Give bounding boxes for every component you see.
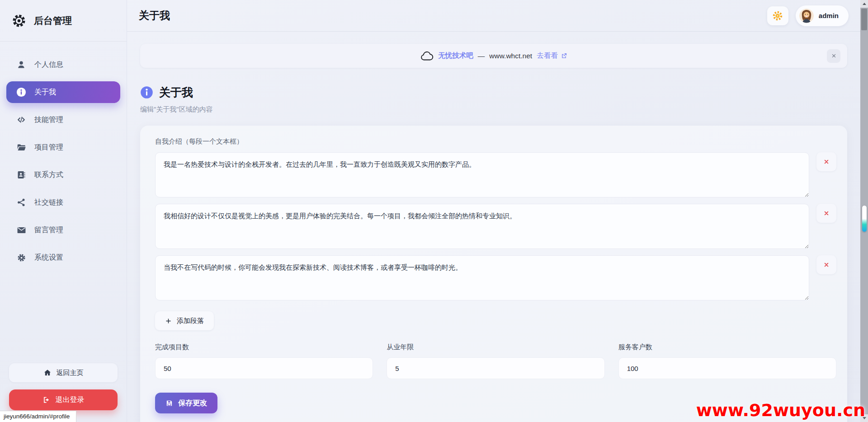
stat-label: 从业年限 [387, 343, 604, 352]
paragraph-row: 我相信好的设计不仅仅是视觉上的美感，更是用户体验的完美结合。每一个项目，我都会倾… [155, 204, 836, 249]
section-subtitle: 编辑"关于我"区域的内容 [140, 105, 847, 114]
sidebar-item-label: 项目管理 [34, 143, 63, 152]
delete-paragraph-button[interactable] [816, 255, 836, 274]
stat-label: 完成项目数 [155, 343, 373, 352]
logout-label: 退出登录 [56, 395, 85, 405]
sidebar-item-label: 关于我 [34, 88, 56, 97]
years-experience-input[interactable] [387, 357, 604, 379]
sidebar-item-about[interactable]: 关于我 [6, 81, 120, 103]
paragraph-textarea-1[interactable]: 我是一名热爱技术与设计的全栈开发者。在过去的几年里，我一直致力于创造既美观又实用… [155, 152, 809, 197]
scroll-up-arrow[interactable] [860, 0, 868, 8]
sidebar: 后台管理 个人信息 关于我 [0, 0, 127, 422]
app-logo: 后台管理 [0, 0, 127, 42]
sidebar-item-label: 留言管理 [34, 225, 63, 235]
notice-site-link[interactable]: 无忧技术吧 [438, 51, 473, 61]
theme-toggle-button[interactable] [767, 6, 788, 25]
sidebar-item-social[interactable]: 社交链接 [6, 192, 120, 213]
gear-icon [16, 253, 27, 263]
notice-banner: 无忧技术吧 — www.whct.net 去看看 [140, 44, 847, 68]
external-link-icon [561, 52, 567, 59]
sidebar-item-skills[interactable]: 技能管理 [6, 109, 120, 131]
clients-count-input[interactable] [618, 357, 836, 379]
username: admin [819, 12, 839, 19]
sun-icon [772, 10, 783, 21]
notice-go-link[interactable]: 去看看 [537, 51, 567, 61]
notice-go-label: 去看看 [537, 51, 558, 61]
envelope-icon [16, 225, 27, 235]
sidebar-item-profile[interactable]: 个人信息 [6, 54, 120, 75]
plus-icon [165, 318, 172, 324]
gear-logo-icon [11, 13, 27, 29]
stat-field: 完成项目数 [155, 343, 373, 379]
scroll-indicator[interactable] [862, 206, 867, 232]
scrollbar-thumb[interactable] [861, 9, 867, 30]
stat-label: 服务客户数 [618, 343, 836, 352]
user-menu[interactable]: admin [796, 5, 849, 26]
paragraph-row: 我是一名热爱技术与设计的全栈开发者。在过去的几年里，我一直致力于创造既美观又实用… [155, 152, 836, 197]
sidebar-item-contact[interactable]: 联系方式 [6, 164, 120, 186]
sidebar-item-projects[interactable]: 项目管理 [6, 136, 120, 158]
sidebar-item-label: 系统设置 [34, 253, 63, 263]
stat-field: 从业年限 [387, 343, 604, 379]
share-icon [16, 198, 27, 207]
sidebar-item-messages[interactable]: 留言管理 [6, 219, 120, 241]
logout-button[interactable]: 退出登录 [9, 389, 118, 410]
contact-card-icon [16, 170, 27, 179]
back-home-label: 返回主页 [57, 369, 84, 377]
delete-paragraph-button[interactable] [816, 152, 836, 171]
stat-field: 服务客户数 [618, 343, 836, 379]
add-paragraph-label: 添加段落 [177, 317, 204, 325]
intro-label: 自我介绍（每段一个文本框） [155, 137, 836, 146]
home-icon [43, 369, 52, 377]
sidebar-menu: 个人信息 关于我 技能管理 [0, 42, 127, 268]
info-icon [16, 87, 27, 97]
avatar [799, 9, 814, 23]
page-title: 关于我 [139, 9, 170, 23]
stats-grid: 完成项目数 从业年限 服务客户数 [155, 343, 836, 379]
info-circle-icon [140, 86, 153, 99]
about-form-card: 自我介绍（每段一个文本框） 我是一名热爱技术与设计的全栈开发者。在过去的几年里，… [140, 126, 847, 422]
sidebar-item-label: 联系方式 [34, 170, 63, 180]
save-label: 保存更改 [178, 399, 207, 408]
sidebar-item-label: 社交链接 [34, 198, 63, 207]
user-icon [16, 60, 27, 69]
close-icon[interactable] [827, 49, 840, 63]
paragraph-textarea-2[interactable]: 我相信好的设计不仅仅是视觉上的美感，更是用户体验的完美结合。每一个项目，我都会倾… [155, 204, 809, 249]
save-icon [165, 399, 173, 407]
sidebar-item-label: 个人信息 [34, 60, 63, 70]
main-area: 关于我 [127, 0, 860, 422]
section-title: 关于我 [159, 85, 193, 100]
back-home-button[interactable]: 返回主页 [9, 363, 118, 382]
paragraph-row: 当我不在写代码的时候，你可能会发现我在探索新技术、阅读技术博客，或者享受一杯咖啡… [155, 255, 836, 300]
notice-site-url: www.whct.net [489, 52, 532, 60]
section-header: 关于我 [140, 85, 847, 100]
status-bar: jieyun666/admin/#profile [0, 411, 76, 422]
delete-paragraph-button[interactable] [816, 204, 836, 223]
save-button[interactable]: 保存更改 [155, 393, 217, 413]
topbar: 关于我 [127, 0, 860, 32]
paragraph-textarea-3[interactable]: 当我不在写代码的时候，你可能会发现我在探索新技术、阅读技术博客，或者享受一杯咖啡… [155, 255, 809, 300]
notice-separator: — [478, 52, 485, 60]
logout-icon [42, 396, 51, 404]
add-paragraph-button[interactable]: 添加段落 [155, 311, 214, 330]
sidebar-item-label: 技能管理 [34, 115, 63, 125]
folder-icon [16, 143, 27, 152]
cloud-icon [420, 51, 434, 61]
app-title: 后台管理 [34, 14, 72, 27]
watermark: www.92wuyou.cn [696, 400, 865, 420]
projects-count-input[interactable] [155, 357, 373, 379]
sidebar-item-settings[interactable]: 系统设置 [6, 247, 120, 268]
code-icon [16, 115, 27, 125]
